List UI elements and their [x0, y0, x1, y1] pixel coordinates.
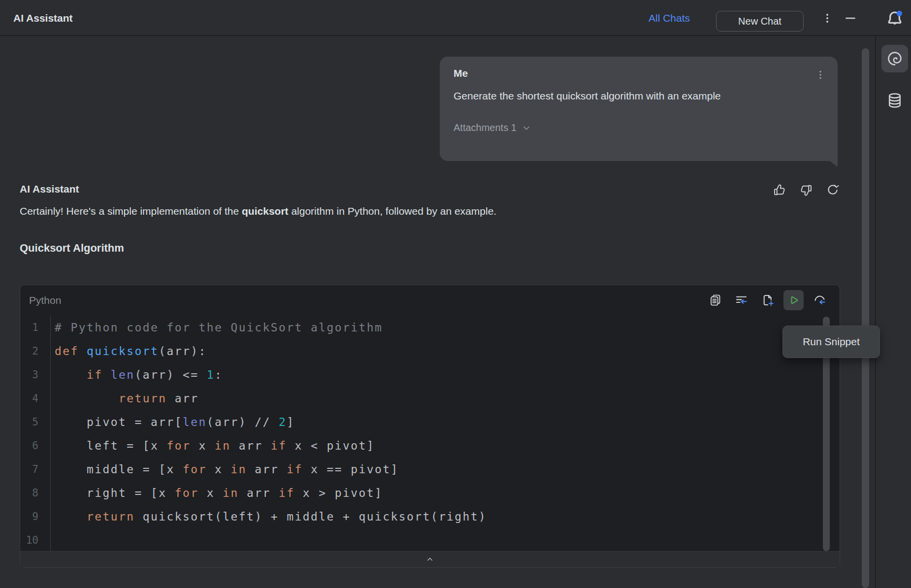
refresh-icon: [826, 183, 840, 197]
code-token: [55, 510, 87, 523]
code-token: :: [215, 368, 223, 381]
code-token: for: [175, 487, 199, 499]
user-message-author: Me: [454, 67, 468, 79]
copy-code-button[interactable]: [705, 290, 725, 310]
new-chat-label: New Chat: [738, 16, 781, 27]
user-message-options-button[interactable]: [812, 66, 829, 83]
code-token: [55, 368, 87, 381]
stripe-item-ai-assistant[interactable]: [881, 45, 908, 72]
code-line-content: [51, 528, 840, 552]
smart-insert-icon: [813, 294, 826, 307]
stripe-item-database[interactable]: [881, 87, 908, 114]
thumbs-down-button[interactable]: [799, 183, 813, 197]
code-token: 1: [207, 368, 215, 381]
code-token: [79, 345, 87, 358]
code-token: arr: [247, 463, 287, 476]
code-toolbar: [705, 290, 830, 310]
hide-panel-button[interactable]: [840, 9, 861, 27]
code-token: len: [111, 368, 135, 381]
line-number: 4: [20, 387, 51, 410]
code-line-content: def quicksort(arr):: [51, 339, 840, 363]
code-token: x: [198, 487, 223, 499]
tooltip-label: Run Snippet: [803, 336, 860, 348]
code-token: x > pivot]: [294, 487, 383, 499]
section-heading: Quicksort Algorithm: [20, 242, 124, 255]
insert-at-caret-button[interactable]: [731, 290, 751, 310]
user-message-text: Generate the shortest quicksort algorith…: [454, 90, 828, 102]
line-number: 9: [20, 505, 51, 528]
insert-at-caret-icon: [735, 294, 748, 307]
code-token: pivot = arr[: [55, 416, 183, 428]
thumbs-up-button[interactable]: [773, 183, 786, 197]
code-block-header: Python: [20, 285, 840, 316]
code-token: def: [55, 345, 79, 358]
code-token: [103, 368, 111, 381]
code-line-content: middle = [x for x in arr if x == pivot]: [51, 457, 840, 481]
collapse-code-button[interactable]: [20, 551, 840, 567]
smart-insert-button[interactable]: [810, 290, 830, 310]
code-line-content: if len(arr) <= 1:: [51, 363, 840, 387]
all-chats-link[interactable]: All Chats: [649, 0, 690, 36]
code-token: if: [87, 368, 103, 381]
code-line-content: return arr: [51, 387, 840, 410]
chevron-up-icon: [425, 555, 434, 564]
code-line-content: return quicksort(left) + middle + quicks…: [51, 505, 840, 528]
notification-dot: [897, 11, 902, 16]
line-number: 10: [20, 528, 51, 552]
code-line: 9 return quicksort(left) + middle + quic…: [20, 505, 840, 528]
code-token: quicksort: [87, 345, 159, 358]
create-file-from-snippet-button[interactable]: [757, 290, 778, 310]
line-number: 6: [20, 434, 51, 457]
header-more-options-button[interactable]: [818, 9, 836, 27]
chat-scrollbar[interactable]: [862, 48, 869, 588]
code-token: right = [x: [55, 487, 175, 499]
code-token: middle = [x: [55, 463, 183, 476]
code-token: x: [207, 463, 231, 476]
new-file-plus-icon: [761, 294, 774, 307]
line-number: 7: [20, 457, 51, 481]
minimize-icon: [844, 11, 857, 25]
code-token: in: [215, 439, 231, 452]
line-number: 5: [20, 410, 51, 434]
copy-icon: [709, 294, 722, 307]
chevron-down-icon: [521, 123, 532, 133]
attachments-toggle[interactable]: Attachments 1: [454, 122, 532, 133]
code-line: 3 if len(arr) <= 1:: [20, 363, 840, 387]
code-token: len: [183, 416, 207, 428]
code-token: 2: [279, 416, 287, 428]
code-line: 7 middle = [x for x in arr if x == pivot…: [20, 457, 840, 481]
code-line-content: left = [x for x in arr if x < pivot]: [51, 434, 840, 457]
new-chat-button[interactable]: New Chat: [716, 11, 804, 32]
line-number: 2: [20, 339, 51, 363]
panel-title: AI Assistant: [13, 0, 73, 36]
code-token: in: [223, 487, 239, 499]
run-snippet-tooltip: Run Snippet: [782, 326, 880, 358]
assistant-paragraph: Certainly! Here's a simple implementatio…: [20, 205, 788, 217]
thumbs-down-icon: [799, 183, 813, 197]
code-token: for: [166, 439, 191, 452]
run-snippet-button[interactable]: [783, 290, 804, 310]
code-token: (arr) //: [207, 416, 279, 428]
code-line-content: # Python code for the QuickSort algorith…: [51, 316, 840, 339]
code-line-content: pivot = arr[len(arr) // 2]: [51, 410, 840, 434]
line-number: 3: [20, 363, 51, 387]
database-icon: [886, 92, 903, 109]
regenerate-button[interactable]: [826, 183, 840, 197]
assistant-author: AI Assistant: [20, 183, 79, 195]
notifications-button[interactable]: [884, 8, 905, 29]
code-token: quicksort(left) + middle + quicksort(rig…: [134, 510, 487, 523]
code-line-content: right = [x for x in arr if x > pivot]: [51, 481, 840, 505]
code-language-label: Python: [29, 285, 61, 316]
ai-assistant-panel: AI Assistant All Chats New Chat: [0, 0, 911, 588]
code-line: 4 return arr: [20, 387, 840, 410]
code-token: for: [183, 463, 207, 476]
paragraph-text: Certainly! Here's a simple implementatio…: [20, 205, 242, 217]
code-line: 8 right = [x for x in arr if x > pivot]: [20, 481, 840, 505]
code-lines: 1# Python code for the QuickSort algorit…: [20, 316, 840, 552]
code-token: return: [119, 392, 166, 405]
code-token: if: [279, 487, 295, 499]
code-line: 10: [20, 528, 840, 552]
assistant-actions: [773, 183, 840, 197]
code-line: 6 left = [x for x in arr if x < pivot]: [20, 434, 840, 457]
panel-header: AI Assistant All Chats New Chat: [0, 0, 911, 36]
